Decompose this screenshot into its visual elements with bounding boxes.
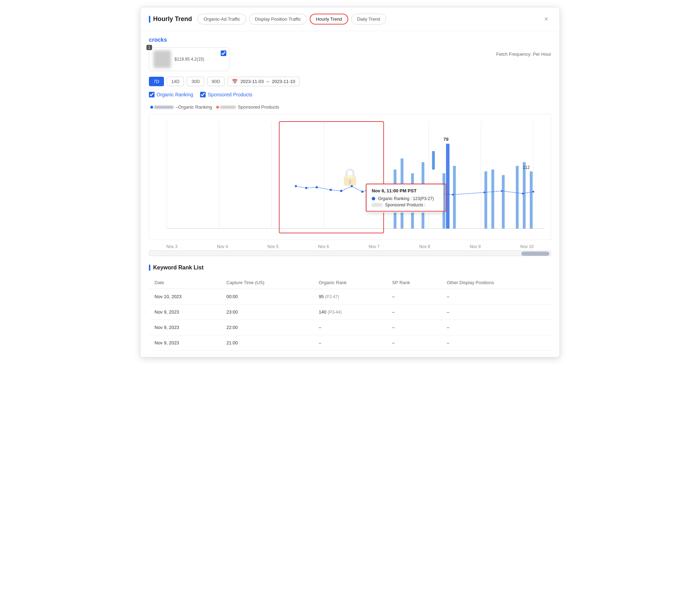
col-organic-rank: Organic Rank: [313, 276, 386, 289]
cell-time: 23:00: [221, 304, 313, 320]
svg-point-38: [501, 190, 503, 192]
cell-time: 21:00: [221, 335, 313, 351]
svg-rect-31: [523, 162, 526, 229]
date-to: 2023-11-10: [272, 79, 295, 84]
svg-rect-21: [421, 162, 424, 229]
legend-organic: –Organic Ranking: [150, 104, 212, 110]
product-badge: 1: [146, 45, 152, 50]
x-label-nov10: Nov 10: [520, 244, 534, 249]
svg-point-14: [351, 185, 353, 187]
product-price-rating: $119.95 4.2(15): [174, 57, 225, 62]
tab-display-position[interactable]: Display Position Traffic: [249, 14, 307, 25]
filter-organic-ranking[interactable]: Organic Ranking: [149, 92, 193, 97]
period-90d[interactable]: 90D: [207, 77, 225, 86]
col-date: Date: [149, 276, 221, 289]
organic-rank-sub: (P2-47): [325, 294, 339, 299]
table-row: Nov 10, 2023 00:00 95 (P2-47) – –: [149, 289, 551, 304]
keyword-section: Keyword Rank List Date Capture Time (US)…: [149, 265, 551, 351]
keyword-section-title-text: Keyword Rank List: [153, 265, 204, 271]
product-image: [153, 50, 171, 68]
keyword-table: Date Capture Time (US) Organic Rank SP R…: [149, 276, 551, 351]
filter-organic-ranking-label: Organic Ranking: [157, 92, 193, 97]
table-row: Nov 9, 2023 23:00 140 (P3-44) – –: [149, 304, 551, 320]
cell-time: 22:00: [221, 320, 313, 335]
product-select-checkbox[interactable]: [221, 50, 226, 56]
product-details: $119.95 4.2(15): [174, 57, 225, 62]
keyword-table-body: Nov 10, 2023 00:00 95 (P2-47) – – Nov 9,…: [149, 289, 551, 351]
svg-rect-28: [492, 170, 494, 228]
section-title-bar: [149, 265, 150, 271]
col-capture-time: Capture Time (US): [221, 276, 313, 289]
chart-container: 🔒: [149, 114, 551, 240]
table-row: Nov 9, 2023 21:00 – – –: [149, 335, 551, 351]
chart-legend: –Organic Ranking Sponsored Products: [149, 104, 551, 110]
period-7d[interactable]: 7D: [149, 77, 164, 86]
tab-hourly-trend[interactable]: Hourly Trend: [310, 14, 348, 25]
close-button[interactable]: ×: [541, 14, 551, 25]
col-sp-rank: SP Rank: [386, 276, 441, 289]
filter-sponsored-products-checkbox[interactable]: [200, 92, 206, 97]
title-bar-accent: [149, 16, 150, 23]
product-brand: crocks 1 $119.95 4.2(15): [149, 37, 229, 71]
date-controls: 7D 14D 30D 90D 📅 2023-11-03 – 2023-11-10: [149, 77, 551, 86]
date-range-picker[interactable]: 📅 2023-11-03 – 2023-11-10: [227, 77, 300, 86]
organic-rank-value: 140: [319, 309, 327, 315]
filter-row: Organic Ranking Sponsored Products: [149, 92, 551, 97]
filter-sponsored-products-label: Sponsored Products: [208, 92, 252, 97]
filter-organic-ranking-checkbox[interactable]: [149, 92, 155, 97]
x-label-nov4: Nov 4: [217, 244, 228, 249]
calendar-icon: 📅: [232, 79, 238, 84]
product-card: 1 $119.95 4.2(15): [149, 47, 229, 71]
period-30d[interactable]: 30D: [187, 77, 204, 86]
cell-time: 00:00: [221, 289, 313, 304]
x-label-nov3: Nov 3: [166, 244, 177, 249]
x-label-nov8: Nov 8: [419, 244, 430, 249]
period-14d[interactable]: 14D: [167, 77, 184, 86]
svg-text:79: 79: [444, 136, 448, 142]
svg-rect-20: [411, 173, 414, 228]
svg-rect-29: [502, 175, 505, 229]
modal-container: Hourly Trend Organic-Ad Traffic Display …: [140, 7, 560, 357]
svg-rect-24: [453, 166, 456, 228]
cell-sp-rank: –: [386, 320, 441, 335]
svg-rect-18: [394, 170, 397, 228]
keyword-section-title: Keyword Rank List: [149, 265, 551, 271]
chart-x-labels: Nov 3 Nov 4 Nov 5 Nov 6 Nov 7 Nov 8 Nov …: [149, 243, 551, 251]
tab-bar: Organic-Ad Traffic Display Position Traf…: [198, 14, 536, 25]
cell-date: Nov 10, 2023: [149, 289, 221, 304]
filter-sponsored-products[interactable]: Sponsored Products: [200, 92, 252, 97]
svg-rect-32: [530, 171, 533, 228]
svg-point-33: [393, 194, 394, 196]
svg-point-39: [522, 193, 524, 194]
cell-organic-rank: –: [313, 320, 386, 335]
legend-sponsored: Sponsored Products: [216, 104, 279, 110]
cell-organic-rank: –: [313, 335, 386, 351]
date-separator: –: [267, 79, 269, 84]
cell-sp-rank: –: [386, 289, 441, 304]
modal-header: Hourly Trend Organic-Ad Traffic Display …: [140, 7, 560, 31]
cell-other: –: [441, 320, 551, 335]
chart-scrollbar[interactable]: [149, 251, 551, 256]
modal-body: crocks 1 $119.95 4.2(15) Fetch Frequency…: [140, 31, 560, 356]
svg-point-40: [533, 191, 534, 192]
tab-organic-ad[interactable]: Organic-Ad Traffic: [198, 14, 246, 25]
svg-point-35: [431, 193, 433, 194]
cell-date: Nov 9, 2023: [149, 304, 221, 320]
scrollbar-thumb[interactable]: [521, 252, 549, 256]
organic-rank-value: 95: [319, 294, 324, 299]
x-label-nov7: Nov 7: [369, 244, 379, 249]
svg-rect-27: [485, 171, 487, 228]
cell-date: Nov 9, 2023: [149, 335, 221, 351]
cell-other: –: [441, 335, 551, 351]
fetch-frequency: Fetch Frequency: Per Hour: [496, 52, 551, 57]
col-other-display: Other Display Positions: [441, 276, 551, 289]
svg-point-37: [483, 192, 485, 193]
svg-rect-30: [516, 166, 519, 228]
modal-title: Hourly Trend: [149, 15, 192, 23]
chart-svg: 79 112: [149, 114, 551, 240]
cell-other: –: [441, 289, 551, 304]
tab-daily-trend[interactable]: Daily Trend: [351, 14, 386, 25]
svg-rect-23: [442, 173, 445, 228]
x-label-nov5: Nov 5: [268, 244, 279, 249]
cell-sp-rank: –: [386, 335, 441, 351]
